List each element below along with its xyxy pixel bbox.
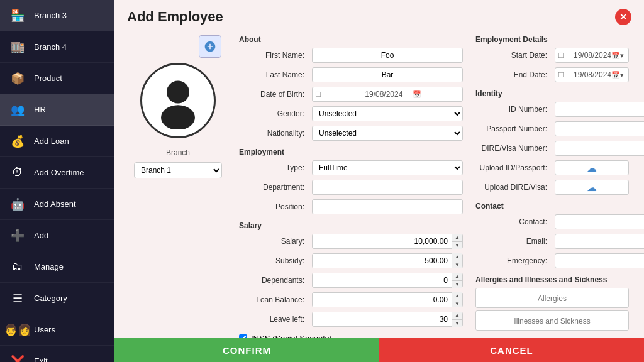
sidebar: 🏪 Branch 3 🏬 Branch 4 📦 Product 👥 HR 💰 A… [0, 0, 114, 362]
subsidy-label: Subsidy: [239, 256, 308, 265]
manage-icon: 🗂 [8, 257, 28, 277]
passport-input[interactable] [555, 121, 644, 136]
main-panel: Add Employee ✕ Branch Branch 1 Branch 2 … [114, 0, 644, 362]
id-number-row: ID Number: [475, 102, 629, 117]
passport-row: Passport Number: [475, 121, 629, 136]
leave-left-down[interactable]: ▼ [452, 320, 462, 327]
upload-dire-icon[interactable]: ☁ [587, 182, 597, 194]
sidebar-label-hr: HR [34, 105, 46, 114]
dob-value: 19/08/2024 [365, 90, 412, 99]
gender-label: Gender: [239, 109, 308, 118]
hr-icon: 👥 [8, 100, 28, 120]
sidebar-item-add-loan[interactable]: 💰 Add Loan [0, 126, 114, 157]
leave-left-spinner[interactable]: ▲ ▼ [312, 312, 463, 327]
contact-label: Contact: [475, 217, 551, 226]
upload-dire-label: Upload DIRE/Visa: [475, 183, 551, 192]
email-row: Email: [475, 234, 629, 249]
sidebar-item-users[interactable]: 👨‍👩 Users [0, 314, 114, 346]
sidebar-item-category[interactable]: ☰ Category [0, 283, 114, 314]
sidebar-item-add-absent[interactable]: 🤖 Add Absent [0, 189, 114, 220]
subsidy-row: Subsidy: ▲ ▼ [239, 253, 463, 268]
leave-left-input[interactable] [313, 312, 452, 326]
sidebar-item-add-overtime[interactable]: ⏱ Add Overtime [0, 157, 114, 189]
upload-id-row: Upload ID/Passport: ☁ [475, 160, 629, 175]
loan-balance-down[interactable]: ▼ [452, 300, 462, 308]
upload-avatar-button[interactable] [199, 35, 221, 58]
nationality-select[interactable]: Unselected [312, 126, 463, 141]
dependants-up[interactable]: ▲ [452, 273, 462, 281]
leave-left-up[interactable]: ▲ [452, 312, 462, 320]
upload-id-icon[interactable]: ☁ [587, 162, 597, 174]
end-date-input-wrap[interactable]: ☐ 19/08/2024 📅▾ [555, 67, 629, 82]
avatar [140, 63, 216, 138]
allergies-textarea[interactable] [475, 288, 629, 308]
cancel-button[interactable]: CANCEL [379, 338, 644, 362]
close-button[interactable]: ✕ [615, 9, 631, 25]
dependants-input[interactable] [313, 273, 452, 287]
emergency-input[interactable] [555, 253, 644, 268]
subsidy-spinner[interactable]: ▲ ▼ [312, 253, 463, 268]
inss-row: INSS (Social Security) [239, 334, 463, 338]
right-panel: Employment Details Start Date: ☐ 19/08/2… [470, 30, 634, 338]
dire-input[interactable] [555, 141, 644, 156]
category-icon: ☰ [8, 288, 28, 309]
last-name-label: Last Name: [239, 70, 308, 79]
id-number-input[interactable] [555, 102, 644, 117]
subsidy-down[interactable]: ▼ [452, 261, 462, 269]
emergency-row: Emergency: [475, 253, 629, 268]
confirm-button[interactable]: CONFIRM [114, 338, 379, 362]
passport-label: Passport Number: [475, 124, 551, 133]
sidebar-label-users: Users [34, 325, 55, 334]
contact-row: Contact: [475, 214, 629, 229]
upload-dire-field[interactable]: ☁ [555, 180, 629, 195]
loan-balance-input[interactable] [313, 293, 452, 307]
sidebar-item-product[interactable]: 📦 Product [0, 63, 114, 94]
start-date-input-wrap[interactable]: ☐ 19/08/2024 📅▾ [555, 48, 629, 63]
dire-label: DIRE/Visa Number: [475, 144, 551, 153]
dependants-label: Dependants: [239, 276, 308, 285]
department-input[interactable] [312, 180, 463, 195]
sidebar-label-manage: Manage [34, 262, 64, 272]
end-date-calendar-icon[interactable]: 📅▾ [611, 71, 626, 79]
sidebar-item-hr[interactable]: 👥 HR [0, 94, 114, 126]
svg-point-1 [161, 105, 195, 129]
salary-spinner[interactable]: ▲ ▼ [312, 234, 463, 249]
illnesses-textarea[interactable] [475, 310, 629, 331]
start-date-label: Start Date: [475, 51, 551, 60]
sidebar-item-branch3[interactable]: 🏪 Branch 3 [0, 0, 114, 31]
salary-up[interactable]: ▲ [452, 234, 462, 242]
start-date-calendar-icon[interactable]: 📅▾ [611, 52, 626, 60]
inss-label: INSS (Social Security) [251, 334, 332, 338]
type-select[interactable]: FullTime PartTime [312, 160, 463, 175]
subsidy-input[interactable] [313, 254, 452, 268]
branch-select[interactable]: Branch 1 Branch 2 Branch 3 [134, 162, 222, 178]
gender-select[interactable]: Unselected Male Female [312, 106, 463, 121]
subsidy-up[interactable]: ▲ [452, 253, 462, 261]
loan-balance-spinner[interactable]: ▲ ▼ [312, 292, 463, 307]
dependants-spinner[interactable]: ▲ ▼ [312, 273, 463, 288]
position-input[interactable] [312, 199, 463, 214]
dob-input-wrap[interactable]: ☐ 19/08/2024 📅 [312, 87, 463, 102]
sidebar-item-add[interactable]: ➕ Add [0, 220, 114, 251]
contact-input[interactable] [555, 214, 644, 229]
subsidy-spinner-btns: ▲ ▼ [452, 253, 462, 268]
sidebar-item-exit[interactable]: ❌ Exit [0, 346, 114, 362]
branch4-icon: 🏬 [8, 37, 28, 57]
loan-balance-up[interactable]: ▲ [452, 292, 462, 300]
last-name-input[interactable] [312, 67, 463, 82]
upload-id-field[interactable]: ☁ [555, 160, 629, 175]
add-icon: ➕ [8, 226, 28, 246]
email-input[interactable] [555, 234, 644, 249]
sidebar-item-branch4[interactable]: 🏬 Branch 4 [0, 31, 114, 63]
first-name-input[interactable] [312, 48, 463, 63]
mid-panel: About First Name: Last Name: Date of Bir… [231, 30, 470, 338]
dependants-down[interactable]: ▼ [452, 281, 462, 288]
leave-left-label: Leave left: [239, 315, 308, 324]
emergency-label: Emergency: [475, 256, 551, 265]
sidebar-item-manage[interactable]: 🗂 Manage [0, 251, 114, 283]
salary-input[interactable] [313, 234, 452, 248]
dialog-title: Add Employee [127, 9, 223, 25]
salary-down[interactable]: ▼ [452, 242, 462, 250]
salary-row: Salary: ▲ ▼ [239, 234, 463, 249]
calendar-icon[interactable]: 📅 [413, 90, 460, 99]
